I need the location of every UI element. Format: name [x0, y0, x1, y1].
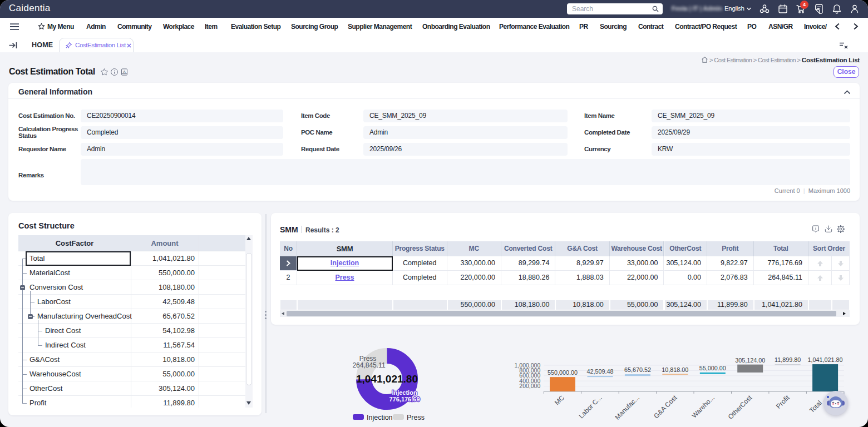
svg-text:776,176.69: 776,176.69 [389, 396, 420, 403]
svg-text:Profit: Profit [775, 394, 791, 410]
svg-text:A: A [123, 69, 126, 73]
svg-text:Press: Press [407, 414, 425, 421]
svg-text:Injection: Injection [392, 389, 417, 396]
svg-text:305,124.00: 305,124.00 [735, 357, 765, 364]
svg-text:Labor C...: Labor C... [577, 394, 603, 420]
svg-text:1,041,021.80: 1,041,021.80 [356, 373, 418, 385]
svg-text:G&A Cost: G&A Cost [652, 394, 679, 420]
svg-text:1,041,021.80: 1,041,021.80 [808, 356, 843, 363]
svg-text:55,000.00: 55,000.00 [699, 365, 726, 371]
svg-text:264,845.11: 264,845.11 [352, 361, 385, 369]
svg-text:OtherCost: OtherCost [727, 394, 754, 421]
svg-text:1,000,000: 1,000,000 [515, 362, 541, 369]
svg-text:65,670.52: 65,670.52 [624, 366, 651, 373]
svg-text:42,509.48: 42,509.48 [586, 368, 613, 375]
svg-text:Injection: Injection [367, 414, 393, 421]
svg-text:Manufac...: Manufac... [614, 394, 642, 421]
svg-text:550,000.00: 550,000.00 [548, 369, 578, 376]
svg-text:11,899.80: 11,899.80 [775, 356, 801, 363]
svg-text:10,818.00: 10,818.00 [662, 366, 688, 373]
svg-text:Wareho...: Wareho... [691, 394, 716, 419]
svg-text:MC: MC [553, 394, 566, 406]
